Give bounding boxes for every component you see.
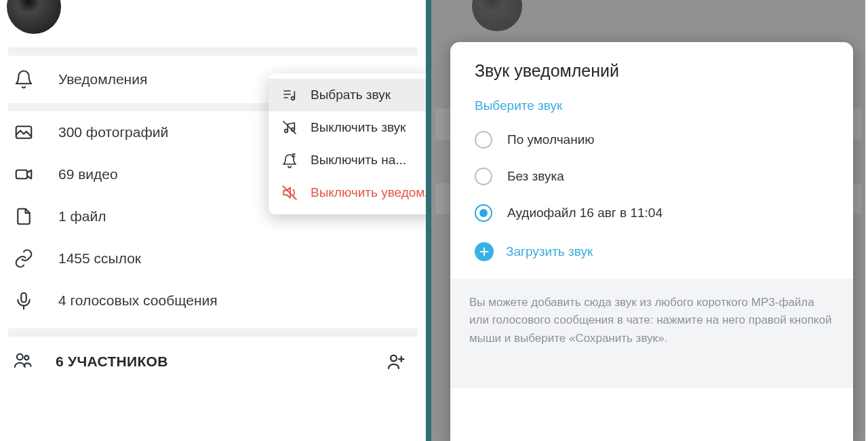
media-links-row[interactable]: 1455 ссылок	[0, 237, 426, 280]
photos-label: 300 фотографий	[58, 124, 168, 140]
media-voice-row[interactable]: 4 голосовых сообщения	[0, 280, 426, 322]
bell-snooze-icon	[281, 151, 298, 169]
menu-mute-sound[interactable]: Выключить звук	[269, 111, 431, 144]
members-row[interactable]: 6 УЧАСТНИКОВ	[0, 337, 426, 387]
music-list-icon	[281, 86, 298, 104]
people-icon	[12, 350, 35, 373]
video-icon	[12, 163, 35, 186]
plus-icon	[475, 242, 494, 261]
menu-label: Выключить уведомления	[311, 185, 431, 200]
svg-rect-1	[16, 170, 27, 179]
menu-choose-sound[interactable]: Выбрать звук	[269, 79, 431, 111]
dialog-hint: Вы можете добавить сюда звук из любого к…	[450, 279, 853, 388]
file-icon	[12, 205, 35, 228]
divider	[8, 47, 418, 56]
dialog-subtitle: Выберите звук	[450, 88, 853, 121]
music-off-icon	[281, 119, 298, 136]
videos-label: 69 видео	[58, 166, 118, 183]
notification-sound-dialog: Звук уведомлений Выберите звук По умолча…	[450, 42, 853, 441]
menu-label: Выключить на...	[311, 153, 406, 168]
notifications-context-menu: Выбрать звук Выключить звук Выключить на…	[269, 73, 431, 214]
menu-disable-notifications[interactable]: Выключить уведомления	[269, 176, 431, 209]
notifications-label: Уведомления	[58, 71, 147, 88]
file-label: 1 файл	[58, 208, 106, 225]
menu-mute-for[interactable]: Выключить на...	[269, 144, 431, 176]
svg-point-5	[24, 356, 28, 360]
svg-point-6	[391, 356, 397, 362]
links-label: 1455 ссылок	[58, 250, 141, 267]
bell-icon	[12, 68, 35, 91]
option-label: По умолчанию	[507, 132, 595, 147]
upload-label: Загрузить звук	[506, 244, 593, 259]
radio-icon	[475, 168, 492, 185]
radio-icon	[475, 131, 492, 149]
menu-label: Выключить звук	[311, 120, 406, 135]
menu-label: Выбрать звук	[311, 88, 391, 102]
divider	[8, 328, 418, 337]
members-label: 6 УЧАСТНИКОВ	[56, 353, 168, 370]
upload-sound-button[interactable]: Загрузить звук	[450, 231, 853, 279]
svg-rect-2	[21, 293, 26, 303]
speaker-off-icon	[281, 184, 298, 202]
option-default[interactable]: По умолчанию	[450, 121, 853, 158]
option-label: Без звука	[507, 169, 564, 184]
option-silent[interactable]: Без звука	[450, 158, 853, 195]
dialog-title: Звук уведомлений	[450, 42, 853, 88]
microphone-icon	[12, 289, 35, 312]
link-icon	[12, 247, 35, 270]
option-custom-audio[interactable]: Аудиофайл 16 авг в 11:04	[450, 195, 853, 231]
option-label: Аудиофайл 16 авг в 11:04	[507, 206, 663, 220]
sound-dialog-pane: Звук уведомлений Выберите звук По умолча…	[431, 0, 865, 441]
voice-label: 4 голосовых сообщения	[58, 292, 218, 309]
radio-checked-icon	[475, 204, 492, 222]
image-icon	[12, 121, 35, 144]
svg-point-4	[17, 354, 23, 360]
add-member-icon[interactable]	[385, 351, 406, 372]
profile-info-pane: Уведомления 300 фотографий 69 видео 1 фа…	[0, 0, 431, 441]
